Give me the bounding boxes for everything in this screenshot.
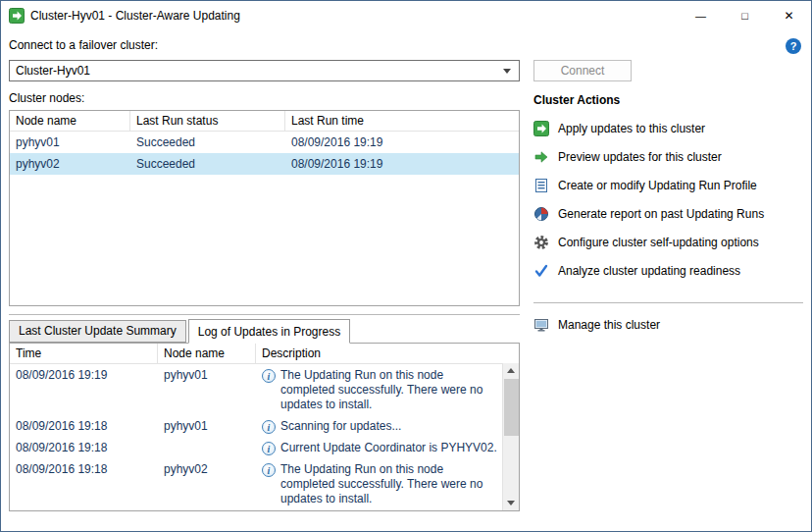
node-status: Succeeded	[130, 132, 285, 153]
manage-cluster-icon	[533, 317, 549, 333]
action-configure-self-updating[interactable]: Configure cluster self-updating options	[533, 235, 803, 250]
node-time: 08/09/2016 19:19	[285, 153, 519, 175]
report-pie-chart-icon	[533, 206, 549, 222]
log-description: i Current Update Coordinator is PYHYV02.	[256, 437, 502, 458]
info-icon: i	[262, 369, 276, 383]
node-status: Succeeded	[130, 153, 285, 175]
action-label: Create or modify Updating Run Profile	[558, 179, 757, 192]
preview-updates-icon	[533, 149, 549, 165]
action-label: Manage this cluster	[558, 318, 660, 332]
window-title: Cluster-Hyv01 - Cluster-Aware Updating	[30, 9, 679, 23]
tab-last-cluster-update-summary[interactable]: Last Cluster Update Summary	[9, 320, 186, 343]
left-column: Cluster nodes: Node name Last Run status…	[9, 81, 520, 511]
action-analyze-readiness[interactable]: Analyze cluster updating readiness	[533, 263, 803, 279]
log-row[interactable]: 08/09/2016 19:18 i Current Update Coordi…	[10, 437, 502, 458]
gear-icon	[533, 235, 549, 250]
log-description: i The Updating Run on this node complete…	[256, 458, 502, 509]
table-row-selected[interactable]: pyhyv02 Succeeded 08/09/2016 19:19	[10, 153, 519, 175]
log-time: 08/09/2016 19:18	[10, 415, 158, 437]
tab-strip: Last Cluster Update Summary Log of Updat…	[9, 319, 520, 343]
cluster-aware-updating-window: Cluster-Hyv01 - Cluster-Aware Updating —…	[0, 0, 812, 532]
info-icon: i	[262, 420, 276, 434]
log-time: 08/09/2016 19:18	[10, 458, 158, 509]
left-separator	[9, 314, 520, 315]
log-col-time[interactable]: Time	[10, 344, 158, 363]
log-row[interactable]: 08/09/2016 19:18 pyhyv02 i The Updating …	[10, 458, 502, 509]
apply-updates-icon	[533, 121, 549, 136]
action-label: Apply updates to this cluster	[558, 122, 705, 135]
action-label: Configure cluster self-updating options	[558, 236, 759, 249]
log-node	[158, 437, 256, 458]
nodes-table-header: Node name Last Run status Last Run time	[10, 111, 519, 132]
action-apply-updates[interactable]: Apply updates to this cluster	[533, 121, 803, 136]
tab-log-of-updates-in-progress[interactable]: Log of Updates in Progress	[188, 319, 350, 344]
connect-button[interactable]: Connect	[533, 60, 632, 81]
checkmark-icon	[533, 263, 549, 279]
cluster-combobox[interactable]: Cluster-Hyv01	[9, 60, 520, 81]
nodes-col-last-run-time[interactable]: Last Run time	[285, 111, 519, 131]
cluster-actions-panel: Cluster Actions Apply updates to this cl…	[533, 81, 803, 511]
main-area: Cluster nodes: Node name Last Run status…	[9, 81, 803, 511]
right-separator	[533, 302, 803, 303]
scroll-up-icon[interactable]	[503, 363, 519, 378]
log-description: i The Updating Run on this node complete…	[256, 364, 502, 415]
log-node: pyhyv01	[158, 364, 256, 415]
log-description-text: The Updating Run on this node completed …	[280, 462, 498, 506]
run-profile-icon	[533, 178, 549, 193]
log-row[interactable]: 08/09/2016 19:18 pyhyv01 i Scanning for …	[10, 415, 502, 437]
action-create-run-profile[interactable]: Create or modify Updating Run Profile	[533, 178, 803, 193]
log-row[interactable]: 08/09/2016 19:19 pyhyv01 i The Updating …	[10, 364, 502, 415]
cluster-nodes-table: Node name Last Run status Last Run time …	[9, 110, 520, 306]
scroll-down-icon[interactable]	[503, 496, 519, 510]
log-time: 08/09/2016 19:18	[10, 437, 158, 458]
log-description: i Scanning for updates...	[256, 415, 502, 437]
updates-log-table: Time Node name Description 08/09/2016 19…	[9, 343, 520, 511]
action-manage-cluster[interactable]: Manage this cluster	[533, 317, 803, 333]
help-icon[interactable]: ?	[786, 38, 801, 54]
log-rows: 08/09/2016 19:19 pyhyv01 i The Updating …	[10, 364, 502, 509]
dialog-body: ? Connect to a failover cluster: Cluster…	[1, 30, 811, 531]
action-label: Generate report on past Updating Runs	[558, 207, 764, 221]
connect-label: Connect to a failover cluster:	[9, 38, 803, 52]
log-scrollbar[interactable]	[502, 363, 519, 510]
close-button[interactable]: ✕	[767, 1, 811, 30]
scrollbar-thumb[interactable]	[504, 379, 519, 436]
minimize-button[interactable]: —	[679, 1, 723, 30]
nodes-col-last-run-status[interactable]: Last Run status	[130, 111, 285, 131]
maximize-button[interactable]: □	[723, 1, 767, 30]
table-row[interactable]: pyhyv01 Succeeded 08/09/2016 19:19	[10, 132, 519, 153]
titlebar: Cluster-Hyv01 - Cluster-Aware Updating —…	[1, 1, 811, 30]
node-name: pyhyv02	[10, 153, 130, 175]
connect-row: Cluster-Hyv01 Connect	[9, 60, 803, 81]
cluster-actions-title: Cluster Actions	[533, 93, 803, 107]
log-node: pyhyv02	[158, 458, 256, 509]
log-col-node-name[interactable]: Node name	[158, 344, 256, 363]
log-col-description[interactable]: Description	[256, 344, 519, 363]
cluster-combobox-value: Cluster-Hyv01	[16, 64, 503, 78]
cluster-actions-list: Apply updates to this cluster Preview up…	[533, 121, 803, 279]
app-icon	[9, 8, 25, 24]
action-label: Preview updates for this cluster	[558, 150, 722, 164]
node-name: pyhyv01	[10, 132, 130, 153]
log-description-text: The Updating Run on this node completed …	[280, 368, 498, 412]
info-icon: i	[262, 442, 276, 455]
info-icon: i	[262, 463, 276, 477]
log-time: 08/09/2016 19:19	[10, 364, 158, 415]
action-preview-updates[interactable]: Preview updates for this cluster	[533, 149, 803, 165]
nodes-col-node-name[interactable]: Node name	[10, 111, 130, 131]
log-node: pyhyv01	[158, 415, 256, 437]
log-description-text: Scanning for updates...	[280, 419, 401, 434]
cluster-nodes-label: Cluster nodes:	[9, 91, 520, 105]
chevron-down-icon[interactable]	[503, 69, 511, 74]
log-description-text: Current Update Coordinator is PYHYV02.	[280, 441, 497, 455]
log-table-header: Time Node name Description	[10, 344, 519, 364]
node-time: 08/09/2016 19:19	[285, 132, 519, 153]
action-generate-report[interactable]: Generate report on past Updating Runs	[533, 206, 803, 222]
action-label: Analyze cluster updating readiness	[558, 264, 740, 278]
